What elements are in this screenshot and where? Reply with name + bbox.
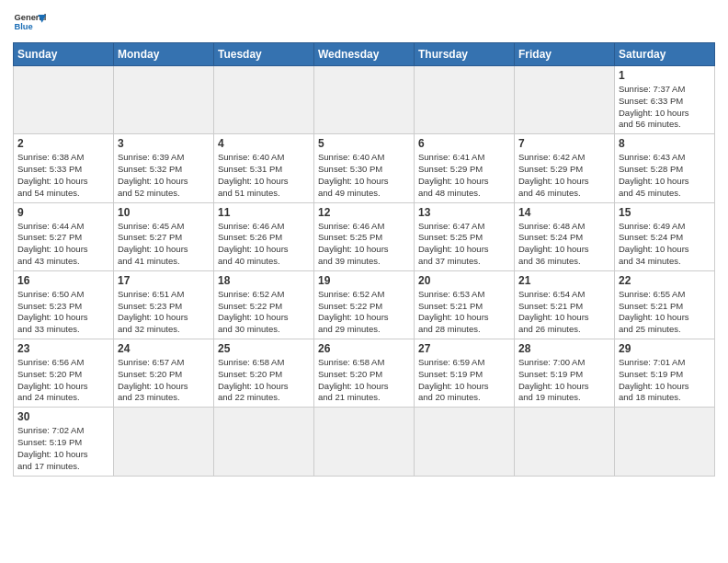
day-info: Sunrise: 6:52 AM Sunset: 5:22 PM Dayligh… [218,289,310,336]
calendar-cell: 5Sunrise: 6:40 AM Sunset: 5:30 PM Daylig… [314,134,415,202]
day-number: 1 [619,69,711,82]
day-number: 21 [518,274,610,287]
day-number: 19 [318,274,410,287]
calendar-cell: 25Sunrise: 6:58 AM Sunset: 5:20 PM Dayli… [214,339,314,408]
calendar-week-5: 30Sunrise: 7:02 AM Sunset: 5:19 PM Dayli… [14,408,715,476]
day-info: Sunrise: 6:53 AM Sunset: 5:21 PM Dayligh… [418,289,510,336]
day-info: Sunrise: 6:40 AM Sunset: 5:30 PM Dayligh… [318,152,410,199]
day-number: 6 [418,137,510,150]
calendar-cell [214,66,314,134]
day-info: Sunrise: 6:59 AM Sunset: 5:19 PM Dayligh… [418,357,510,404]
day-info: Sunrise: 6:42 AM Sunset: 5:29 PM Dayligh… [518,152,610,199]
day-info: Sunrise: 6:41 AM Sunset: 5:29 PM Dayligh… [418,152,510,199]
calendar-week-4: 23Sunrise: 6:56 AM Sunset: 5:20 PM Dayli… [14,339,715,408]
day-number: 26 [318,342,410,355]
calendar-week-3: 16Sunrise: 6:50 AM Sunset: 5:23 PM Dayli… [14,270,715,339]
calendar-table: SundayMondayTuesdayWednesdayThursdayFrid… [13,42,715,477]
day-number: 27 [418,342,510,355]
day-info: Sunrise: 6:51 AM Sunset: 5:23 PM Dayligh… [118,289,210,336]
day-info: Sunrise: 7:02 AM Sunset: 5:19 PM Dayligh… [17,425,109,472]
calendar-cell: 6Sunrise: 6:41 AM Sunset: 5:29 PM Daylig… [415,134,515,202]
day-info: Sunrise: 6:47 AM Sunset: 5:25 PM Dayligh… [418,221,510,268]
calendar-cell: 2Sunrise: 6:38 AM Sunset: 5:33 PM Daylig… [14,134,114,202]
day-info: Sunrise: 6:46 AM Sunset: 5:26 PM Dayligh… [218,221,310,268]
weekday-header-monday: Monday [114,43,214,66]
day-info: Sunrise: 6:56 AM Sunset: 5:20 PM Dayligh… [17,357,109,404]
calendar-cell: 22Sunrise: 6:55 AM Sunset: 5:21 PM Dayli… [615,270,715,339]
calendar-cell: 1Sunrise: 7:37 AM Sunset: 6:33 PM Daylig… [615,66,715,134]
weekday-header-tuesday: Tuesday [214,43,314,66]
calendar-cell [515,408,615,476]
calendar-cell: 14Sunrise: 6:48 AM Sunset: 5:24 PM Dayli… [515,202,615,270]
calendar-cell: 12Sunrise: 6:46 AM Sunset: 5:25 PM Dayli… [314,202,415,270]
day-info: Sunrise: 7:01 AM Sunset: 5:19 PM Dayligh… [619,357,711,404]
day-number: 3 [118,137,210,150]
calendar-cell: 16Sunrise: 6:50 AM Sunset: 5:23 PM Dayli… [14,270,114,339]
day-number: 24 [118,342,210,355]
day-number: 10 [118,206,210,219]
calendar-cell [114,66,214,134]
day-info: Sunrise: 6:58 AM Sunset: 5:20 PM Dayligh… [318,357,410,404]
day-number: 20 [418,274,510,287]
day-number: 18 [218,274,310,287]
day-info: Sunrise: 6:50 AM Sunset: 5:23 PM Dayligh… [17,289,109,336]
calendar-cell: 19Sunrise: 6:52 AM Sunset: 5:22 PM Dayli… [314,270,415,339]
calendar-cell [214,408,314,476]
calendar-cell: 17Sunrise: 6:51 AM Sunset: 5:23 PM Dayli… [114,270,214,339]
day-number: 16 [17,274,109,287]
day-number: 28 [518,342,610,355]
day-number: 23 [17,342,109,355]
day-info: Sunrise: 7:00 AM Sunset: 5:19 PM Dayligh… [518,357,610,404]
day-info: Sunrise: 6:39 AM Sunset: 5:32 PM Dayligh… [118,152,210,199]
calendar-cell [314,66,415,134]
calendar-cell [14,66,114,134]
calendar-cell: 10Sunrise: 6:45 AM Sunset: 5:27 PM Dayli… [114,202,214,270]
calendar-cell [515,66,615,134]
day-info: Sunrise: 6:52 AM Sunset: 5:22 PM Dayligh… [318,289,410,336]
day-number: 12 [318,206,410,219]
day-info: Sunrise: 6:57 AM Sunset: 5:20 PM Dayligh… [118,357,210,404]
calendar-week-2: 9Sunrise: 6:44 AM Sunset: 5:27 PM Daylig… [14,202,715,270]
calendar-cell: 9Sunrise: 6:44 AM Sunset: 5:27 PM Daylig… [14,202,114,270]
calendar-cell: 21Sunrise: 6:54 AM Sunset: 5:21 PM Dayli… [515,270,615,339]
calendar-cell: 24Sunrise: 6:57 AM Sunset: 5:20 PM Dayli… [114,339,214,408]
day-number: 17 [118,274,210,287]
day-number: 11 [218,206,310,219]
calendar-cell: 15Sunrise: 6:49 AM Sunset: 5:24 PM Dayli… [615,202,715,270]
weekday-header-row: SundayMondayTuesdayWednesdayThursdayFrid… [14,43,715,66]
svg-text:Blue: Blue [14,22,32,31]
day-info: Sunrise: 7:37 AM Sunset: 6:33 PM Dayligh… [619,84,711,131]
weekday-header-thursday: Thursday [415,43,515,66]
day-info: Sunrise: 6:48 AM Sunset: 5:24 PM Dayligh… [518,221,610,268]
calendar-cell: 26Sunrise: 6:58 AM Sunset: 5:20 PM Dayli… [314,339,415,408]
day-number: 13 [418,206,510,219]
calendar-cell: 29Sunrise: 7:01 AM Sunset: 5:19 PM Dayli… [615,339,715,408]
calendar-cell: 27Sunrise: 6:59 AM Sunset: 5:19 PM Dayli… [415,339,515,408]
calendar-cell: 4Sunrise: 6:40 AM Sunset: 5:31 PM Daylig… [214,134,314,202]
calendar-cell [615,408,715,476]
calendar-week-1: 2Sunrise: 6:38 AM Sunset: 5:33 PM Daylig… [14,134,715,202]
day-number: 8 [619,137,711,150]
day-number: 15 [619,206,711,219]
day-number: 14 [518,206,610,219]
page-header: General Blue [13,9,715,35]
calendar-cell: 11Sunrise: 6:46 AM Sunset: 5:26 PM Dayli… [214,202,314,270]
day-info: Sunrise: 6:45 AM Sunset: 5:27 PM Dayligh… [118,221,210,268]
calendar-cell: 7Sunrise: 6:42 AM Sunset: 5:29 PM Daylig… [515,134,615,202]
day-info: Sunrise: 6:55 AM Sunset: 5:21 PM Dayligh… [619,289,711,336]
day-number: 5 [318,137,410,150]
day-number: 29 [619,342,711,355]
calendar-cell: 8Sunrise: 6:43 AM Sunset: 5:28 PM Daylig… [615,134,715,202]
calendar-cell: 23Sunrise: 6:56 AM Sunset: 5:20 PM Dayli… [14,339,114,408]
calendar-cell: 18Sunrise: 6:52 AM Sunset: 5:22 PM Dayli… [214,270,314,339]
day-info: Sunrise: 6:43 AM Sunset: 5:28 PM Dayligh… [619,152,711,199]
logo: General Blue [13,9,46,35]
day-number: 2 [17,137,109,150]
day-number: 22 [619,274,711,287]
day-info: Sunrise: 6:46 AM Sunset: 5:25 PM Dayligh… [318,221,410,268]
calendar-cell: 3Sunrise: 6:39 AM Sunset: 5:32 PM Daylig… [114,134,214,202]
day-info: Sunrise: 6:38 AM Sunset: 5:33 PM Dayligh… [17,152,109,199]
day-info: Sunrise: 6:44 AM Sunset: 5:27 PM Dayligh… [17,221,109,268]
calendar-cell: 28Sunrise: 7:00 AM Sunset: 5:19 PM Dayli… [515,339,615,408]
calendar-cell: 30Sunrise: 7:02 AM Sunset: 5:19 PM Dayli… [14,408,114,476]
